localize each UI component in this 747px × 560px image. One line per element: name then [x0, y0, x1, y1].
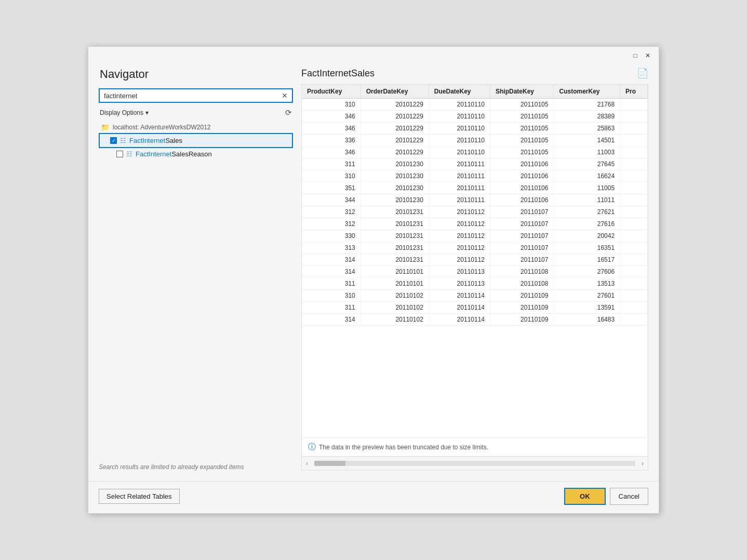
scroll-left-button[interactable]: ‹: [302, 459, 312, 468]
table-cell: 312: [302, 218, 361, 230]
col-orderdatekey: OrderDateKey: [361, 85, 429, 99]
table-row: 34420101230201101112011010611011: [302, 194, 648, 206]
table-cell: 20110112: [429, 242, 490, 254]
table-name-factinternetsales: FactInternetSales: [129, 137, 182, 144]
display-options-arrow-icon: ▾: [145, 109, 149, 116]
preview-title: FactInternetSales: [301, 68, 375, 79]
table-cell-pro: [620, 111, 648, 123]
table-cell: 20110112: [429, 230, 490, 242]
table-cell: 20101230: [361, 182, 429, 194]
table-cell: 20110107: [490, 254, 554, 266]
table-cell: 20101231: [361, 206, 429, 218]
scroll-track[interactable]: [314, 461, 635, 466]
table-cell: 20042: [554, 230, 620, 242]
table-sub-name-suffix: SalesReason: [171, 150, 211, 158]
table-cell: 20110101: [361, 266, 429, 278]
table-cell: 20110113: [429, 278, 490, 290]
close-button[interactable]: ✕: [643, 51, 652, 60]
table-cell: 11005: [554, 182, 620, 194]
navigator-window: □ ✕ Navigator ✕ Display Options ▾ ⟳ 📁: [88, 46, 659, 514]
table-cell: 20110108: [490, 266, 554, 278]
table-cell: 20101229: [361, 99, 429, 111]
display-options-label: Display Options: [100, 109, 143, 116]
table-cell: 20110109: [490, 314, 554, 326]
table-cell: 20110114: [429, 314, 490, 326]
table-row: 33020101231201101122011010720042: [302, 230, 648, 242]
truncate-notice: ⓘ The data in the preview has been trunc…: [302, 437, 648, 456]
table-cell: 20101231: [361, 242, 429, 254]
table-cell: 20110107: [490, 206, 554, 218]
checkbox-factinternetsalesreason[interactable]: [116, 151, 123, 157]
table-cell: 11011: [554, 194, 620, 206]
table-cell: 20110107: [490, 218, 554, 230]
table-cell-pro: [620, 314, 648, 326]
table-cell: 20110106: [490, 194, 554, 206]
table-cell: 20110112: [429, 218, 490, 230]
table-item-factinternetsalesreason[interactable]: ☷ FactInternetSalesReason: [99, 148, 293, 160]
table-cell: 27645: [554, 158, 620, 170]
info-icon: ⓘ: [308, 442, 316, 452]
table-cell: 20110105: [490, 111, 554, 123]
table-cell: 20110111: [429, 158, 490, 170]
table-cell-pro: [620, 170, 648, 182]
search-box[interactable]: ✕: [99, 88, 293, 103]
table-row: 31420110101201101132011010827606: [302, 266, 648, 278]
table-cell: 20101230: [361, 170, 429, 182]
table-cell: 27606: [554, 266, 620, 278]
table-cell: 20110111: [429, 182, 490, 194]
ok-button[interactable]: OK: [564, 488, 606, 505]
table-cell: 346: [302, 111, 361, 123]
table-cell: 20110102: [361, 302, 429, 314]
action-buttons: OK Cancel: [564, 488, 648, 505]
server-node: 📁 localhost: AdventureWorksDW2012: [99, 122, 293, 133]
table-cell-pro: [620, 254, 648, 266]
table-cell-pro: [620, 266, 648, 278]
preview-export-icon[interactable]: 📄: [637, 68, 648, 79]
table-cell: 27601: [554, 290, 620, 302]
col-pro: Pro: [620, 85, 648, 99]
horizontal-scrollbar[interactable]: ‹ ›: [302, 456, 648, 470]
table-row: 31120110102201101142011010913591: [302, 302, 648, 314]
select-related-tables-button[interactable]: Select Related Tables: [99, 489, 180, 504]
table-row: 31120110101201101132011010813513: [302, 278, 648, 290]
cancel-button[interactable]: Cancel: [610, 488, 648, 505]
search-clear-icon[interactable]: ✕: [282, 91, 288, 100]
table-cell-pro: [620, 302, 648, 314]
table-cell-pro: [620, 230, 648, 242]
table-cell: 20110105: [490, 99, 554, 111]
table-cell-pro: [620, 242, 648, 254]
table-cell: 344: [302, 194, 361, 206]
table-name-suffix: Sales: [165, 137, 182, 144]
table-cell: 20101229: [361, 146, 429, 158]
table-cell: 16517: [554, 254, 620, 266]
refresh-icon[interactable]: ⟳: [285, 108, 292, 117]
table-row: 35120101230201101112011010611005: [302, 182, 648, 194]
data-table-wrapper: ProductKey OrderDateKey DueDateKey ShipD…: [301, 84, 648, 471]
table-row: 31420101231201101122011010716517: [302, 254, 648, 266]
table-row: 31020101229201101102011010521768: [302, 99, 648, 111]
table-cell: 20110114: [429, 290, 490, 302]
table-icon-factinternetsalesreason: ☷: [126, 150, 132, 158]
minimize-button[interactable]: □: [631, 51, 640, 60]
table-cell: 20101231: [361, 254, 429, 266]
table-cell: 20110106: [490, 158, 554, 170]
table-cell: 20110112: [429, 254, 490, 266]
left-panel: Navigator ✕ Display Options ▾ ⟳ 📁 localh…: [99, 68, 301, 471]
scroll-thumb[interactable]: [314, 461, 345, 466]
table-cell-pro: [620, 218, 648, 230]
table-item-factinternetsales[interactable]: ✓ ☷ FactInternetSales: [99, 133, 293, 148]
search-input[interactable]: [104, 92, 279, 100]
preview-header: FactInternetSales 📄: [301, 68, 648, 79]
table-name-factinternetsalesreason: FactInternetSalesReason: [136, 150, 212, 158]
table-cell: 20110111: [429, 170, 490, 182]
table-cell-pro: [620, 290, 648, 302]
table-cell-pro: [620, 182, 648, 194]
table-icon-factinternetsales: ☷: [120, 137, 126, 144]
checkbox-factinternetsales[interactable]: ✓: [110, 137, 117, 144]
table-cell: 20110101: [361, 278, 429, 290]
table-cell: 20110105: [490, 135, 554, 146]
table-row: 31420110102201101142011010916483: [302, 314, 648, 326]
scroll-right-button[interactable]: ›: [637, 459, 648, 468]
display-options-button[interactable]: Display Options ▾: [100, 109, 149, 116]
table-cell: 20110112: [429, 206, 490, 218]
